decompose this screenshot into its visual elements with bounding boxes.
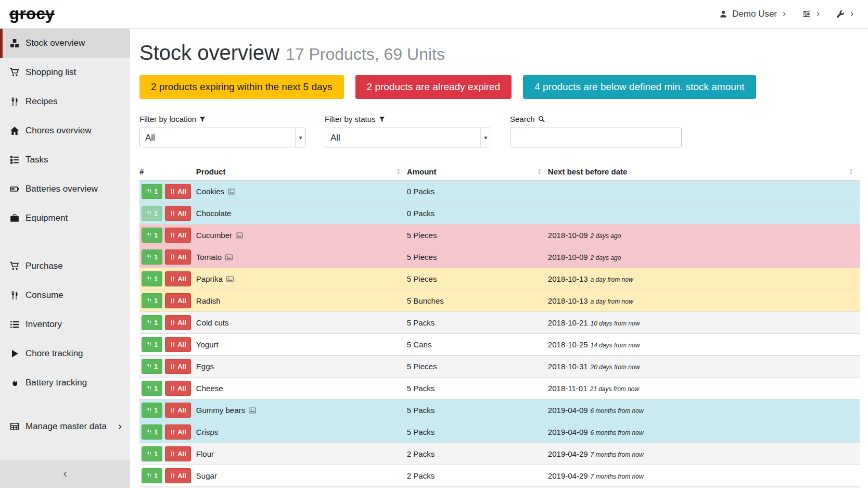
consume-one-button[interactable]: 1 <box>142 206 162 221</box>
consume-one-label: 1 <box>154 450 158 458</box>
sidebar-item-inventory[interactable]: Inventory <box>0 310 130 339</box>
consume-one-button[interactable]: 1 <box>142 381 162 396</box>
utensils-icon <box>146 276 152 282</box>
best-before-date: 2019-04-29 <box>548 471 588 480</box>
amount-cell: 5 Packs <box>407 312 548 334</box>
column-header-label: Amount <box>407 167 437 176</box>
consume-all-button[interactable]: All <box>165 337 191 352</box>
sidebar-item-stock-overview[interactable]: Stock overview <box>0 29 130 58</box>
sidebar-item-label: Chores overview <box>25 126 92 136</box>
sidebar-collapse-button[interactable] <box>0 460 130 488</box>
consume-all-button[interactable]: All <box>165 403 191 418</box>
sidebar-item-shopping-list[interactable]: Shopping list <box>0 58 130 87</box>
consume-all-label: All <box>177 275 186 283</box>
sidebar-item-equipment[interactable]: Equipment <box>0 204 130 233</box>
consume-all-button[interactable]: All <box>165 446 191 461</box>
table-row: 1AllEggs5 Pieces2018-10-3120 days from n… <box>139 356 860 378</box>
consume-all-button[interactable]: All <box>165 249 191 265</box>
consume-one-label: 1 <box>154 406 158 414</box>
consume-one-button[interactable]: 1 <box>142 424 162 440</box>
consume-all-button[interactable]: All <box>165 271 191 286</box>
column-header-next-best-before-date[interactable]: Next best before date <box>548 163 860 181</box>
amount-cell: 5 Packs <box>407 399 548 421</box>
sidebar-item-manage-master-data[interactable]: Manage master data <box>0 412 130 441</box>
utensils-icon <box>170 254 175 260</box>
consume-all-label: All <box>177 450 186 458</box>
table-icon <box>10 422 19 431</box>
boxes-icon <box>10 39 19 48</box>
navbar-menus: Demo User <box>719 9 854 19</box>
consume-all-label: All <box>177 187 186 195</box>
date-relative-note: 7 months from now <box>591 473 644 480</box>
product-cell: Paprika <box>196 268 407 290</box>
sidebar-item-chores-overview[interactable]: Chores overview <box>0 116 130 145</box>
expiring-alert[interactable]: 2 products expiring within the next 5 da… <box>139 75 344 99</box>
expired-alert[interactable]: 2 products are already expired <box>355 75 512 99</box>
sidebar-item-recipes[interactable]: Recipes <box>0 87 130 116</box>
list-icon <box>10 320 19 329</box>
status-select-wrap: All ▾ <box>325 128 491 147</box>
sidebar-item-consume[interactable]: Consume <box>0 281 130 310</box>
consume-one-button[interactable]: 1 <box>142 271 162 286</box>
sidebar-item-batteries-overview[interactable]: Batteries overview <box>0 174 130 204</box>
consume-one-button[interactable]: 1 <box>142 228 162 243</box>
picture-icon <box>228 188 235 195</box>
consume-one-button[interactable]: 1 <box>142 468 162 483</box>
sidebar-item-purchase[interactable]: Purchase <box>0 252 130 281</box>
table-row: 1AllCold cuts5 Packs2018-10-2110 days fr… <box>139 312 860 334</box>
product-name: Paprika <box>196 274 223 283</box>
consume-one-button[interactable]: 1 <box>142 359 162 374</box>
admin-menu[interactable] <box>836 10 854 18</box>
actions-cell: 1All <box>139 268 196 290</box>
below-min-stock-alert[interactable]: 4 products are below defined min. stock … <box>523 75 756 99</box>
sort-icon <box>848 168 854 175</box>
search-input[interactable] <box>510 128 682 147</box>
status-filter: Filter by status All ▾ <box>325 115 491 147</box>
status-filter-select[interactable]: All <box>325 128 491 147</box>
toolbox-icon <box>10 214 19 223</box>
date-cell: 2019-04-096 months from now <box>548 399 860 421</box>
consume-one-button[interactable]: 1 <box>142 403 162 418</box>
top-navbar: grocy Demo User <box>0 0 868 29</box>
consume-all-button[interactable]: All <box>165 468 191 483</box>
app-logo[interactable]: grocy <box>9 5 55 23</box>
status-filter-label: Filter by status <box>325 115 491 123</box>
consume-all-button[interactable]: All <box>165 359 191 374</box>
utensils-icon <box>146 363 152 370</box>
product-name: Cold cuts <box>196 318 229 327</box>
consume-one-button[interactable]: 1 <box>142 184 162 199</box>
consume-one-button[interactable]: 1 <box>142 315 162 330</box>
sidebar-item-battery-tracking[interactable]: Battery tracking <box>0 368 130 397</box>
consume-one-button[interactable]: 1 <box>142 293 162 308</box>
filters-row: Filter by location All ▾ Filter by statu… <box>139 115 860 147</box>
product-name: Crisps <box>196 428 219 436</box>
consume-all-button[interactable]: All <box>165 424 191 440</box>
location-filter-label-text: Filter by location <box>139 115 196 123</box>
consume-all-button[interactable]: All <box>165 381 191 396</box>
sidebar-item-tasks[interactable]: Tasks <box>0 145 130 174</box>
consume-all-button[interactable]: All <box>165 184 191 199</box>
quick-settings-menu[interactable] <box>802 10 821 18</box>
consume-all-button[interactable]: All <box>165 315 191 330</box>
consume-one-label: 1 <box>154 319 158 327</box>
consume-all-label: All <box>177 406 186 414</box>
user-menu[interactable]: Demo User <box>719 9 787 19</box>
search-label-text: Search <box>510 115 535 123</box>
table-row: 1AllSugar2 Packs2019-04-297 months from … <box>139 465 860 487</box>
product-cell: Gummy bears <box>196 399 407 421</box>
date-cell: 2018-10-2110 days from now <box>548 312 860 334</box>
consume-one-button[interactable]: 1 <box>142 446 162 461</box>
actions-cell: 1All <box>139 399 196 421</box>
column-header-product[interactable]: Product <box>196 163 407 181</box>
date-relative-note: 7 months from now <box>591 451 644 458</box>
consume-all-button[interactable]: All <box>165 206 191 221</box>
sidebar-item-chore-tracking[interactable]: Chore tracking <box>0 339 130 368</box>
consume-one-button[interactable]: 1 <box>142 337 162 352</box>
consume-all-button[interactable]: All <box>165 228 191 243</box>
consume-all-button[interactable]: All <box>165 293 191 308</box>
amount-cell: 5 Packs <box>407 378 548 399</box>
location-filter-select[interactable]: All <box>139 128 306 147</box>
consume-one-button[interactable]: 1 <box>142 249 162 265</box>
product-name: Gummy bears <box>196 406 245 415</box>
column-header-amount[interactable]: Amount <box>407 163 548 181</box>
